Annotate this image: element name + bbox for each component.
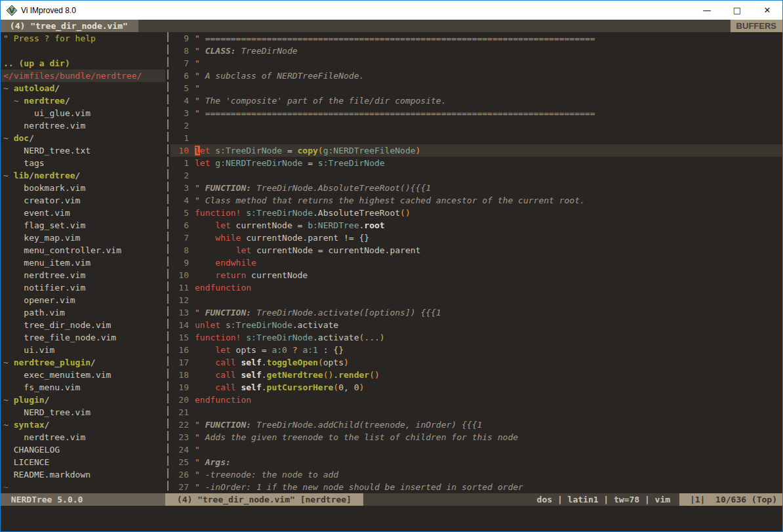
maximize-button[interactable]: □	[722, 1, 752, 20]
minimize-button[interactable]: —	[692, 1, 722, 20]
line-text: " ======================================…	[195, 32, 595, 45]
code-line[interactable]: 2	[171, 119, 782, 132]
nerdtree-item[interactable]: nerdtree.vim	[1, 269, 165, 281]
nerdtree-item[interactable]: " Press ? for help	[1, 32, 165, 45]
nerdtree-item[interactable]: path.vim	[1, 306, 165, 319]
nerdtree-item[interactable]: ui_glue.vim	[1, 107, 165, 119]
code-line[interactable]: 9" =====================================…	[171, 32, 782, 45]
nerdtree-item[interactable]: NERD_tree.txt	[1, 144, 165, 157]
code-line[interactable]: 8" CLASS: TreeDirNode	[171, 45, 782, 57]
code-line[interactable]: 10 return currentNode	[171, 269, 782, 281]
nerdtree-item[interactable]: tree_dir_node.vim	[1, 319, 165, 331]
nerdtree-item[interactable]: ~ syntax/	[1, 419, 165, 431]
code-line[interactable]: 26" -treenode: the node to add	[171, 468, 782, 481]
nerdtree-item[interactable]: event.vim	[1, 207, 165, 219]
nerdtree-item[interactable]: menu_item.vim	[1, 256, 165, 269]
nerdtree-item[interactable]: opener.vim	[1, 294, 165, 306]
code-line[interactable]: 7"	[171, 57, 782, 70]
syntax-segment: tags	[3, 158, 45, 168]
nerdtree-item[interactable]: ~ doc/	[1, 132, 165, 144]
code-line[interactable]: 19 call self.putCursorHere(0, 0)	[171, 381, 782, 394]
line-number: 5	[171, 82, 189, 94]
code-line[interactable]: 24"	[171, 443, 782, 456]
code-line[interactable]: 3" =====================================…	[171, 107, 782, 119]
line-text: endfunction	[195, 394, 251, 406]
nerdtree-item[interactable]	[1, 45, 165, 57]
command-line[interactable]	[1, 506, 782, 531]
nerdtree-item[interactable]: ~ autoload/	[1, 82, 165, 94]
syntax-segment: exec_menuitem.vim	[3, 370, 111, 380]
line-number: 17	[171, 356, 189, 369]
nerdtree-item[interactable]: ~ plugin/	[1, 394, 165, 406]
code-line[interactable]: 12	[171, 294, 782, 306]
title-bar: V Vi IMproved 8.0 — □ ✕	[1, 1, 782, 20]
nerdtree-item[interactable]: ~ nerdtree/	[1, 94, 165, 107]
window-split-separator[interactable]	[165, 32, 171, 493]
nerdtree-item[interactable]: bookmark.vim	[1, 182, 165, 194]
code-line[interactable]: 18 call self.getNerdtree().render()	[171, 369, 782, 381]
code-line[interactable]: 23" Adds the given treenode to the list …	[171, 431, 782, 443]
nerdtree-item[interactable]: flag_set.vim	[1, 219, 165, 232]
syntax-segment: .activate	[292, 320, 338, 330]
tab-tree-dir-node[interactable]: (4) "tree_dir_node.vim"	[1, 20, 138, 32]
nerdtree-item[interactable]: fs_menu.vim	[1, 381, 165, 394]
nerdtree-item[interactable]: README.markdown	[1, 468, 165, 481]
nerdtree-item[interactable]: ~ lib/nerdtree/	[1, 169, 165, 182]
nerdtree-item[interactable]: CHANGELOG	[1, 443, 165, 456]
code-line[interactable]: 1	[171, 132, 782, 144]
code-line[interactable]: 6 let currentNode = b:NERDTree.root	[171, 219, 782, 232]
code-line[interactable]: 6" A subclass of NERDTreeFileNode.	[171, 70, 782, 82]
nerdtree-item[interactable]: LICENCE	[1, 456, 165, 468]
code-line[interactable]: 5function! s:TreeDirNode.AbsoluteTreeRoo…	[171, 207, 782, 219]
line-number: 3	[171, 107, 189, 119]
nerdtree-root-item[interactable]: </vimfiles/bundle/nerdtree/	[1, 70, 165, 82]
nerdtree-item[interactable]: tree_file_node.vim	[1, 331, 165, 344]
code-line-current[interactable]: 10let s:TreeDirNode = copy(g:NERDTreeFil…	[171, 144, 782, 157]
syntax-segment: ?	[287, 345, 302, 355]
syntax-segment: copy	[298, 146, 318, 155]
code-line[interactable]: 4" The 'composite' part of the file/dir …	[171, 94, 782, 107]
nerdtree-item[interactable]: menu_controller.vim	[1, 244, 165, 256]
code-line[interactable]: 8 let currentNode = currentNode.parent	[171, 244, 782, 256]
nerdtree-item[interactable]: exec_menuitem.vim	[1, 369, 165, 381]
code-line[interactable]: 2	[171, 169, 782, 182]
nerdtree-item[interactable]: .. (up a dir)	[1, 57, 165, 70]
code-line[interactable]: 16 let opts = a:0 ? a:1 : {}	[171, 344, 782, 356]
nerdtree-item[interactable]: ~ nerdtree_plugin/	[1, 356, 165, 369]
syntax-segment: nerdtree.vim	[3, 270, 85, 280]
nerdtree-item[interactable]: NERD_tree.vim	[1, 406, 165, 419]
code-line[interactable]: 11endfunction	[171, 281, 782, 294]
nerdtree-item[interactable]: nerdtree.vim	[1, 119, 165, 132]
code-line[interactable]: 14unlet s:TreeDirNode.activate	[171, 319, 782, 331]
nerdtree-item[interactable]: notifier.vim	[1, 281, 165, 294]
nerdtree-item[interactable]: tags	[1, 157, 165, 169]
code-line[interactable]: 17 call self.toggleOpen(opts)	[171, 356, 782, 369]
line-text: " -inOrder: 1 if the new node should be …	[195, 481, 523, 493]
code-line[interactable]: 20endfunction	[171, 394, 782, 406]
code-line[interactable]: 22" FUNCTION: TreeDirNode.addChild(treen…	[171, 419, 782, 431]
nerdtree-item[interactable]: nerdtree.vim	[1, 431, 165, 443]
code-line[interactable]: 15function! s:TreeDirNode.activate(...)	[171, 331, 782, 344]
syntax-segment: CHANGELOG	[3, 445, 60, 455]
code-line[interactable]: 3" FUNCTION: TreeDirNode.AbsoluteTreeRoo…	[171, 182, 782, 194]
code-line[interactable]: 4" Class method that returns the highest…	[171, 194, 782, 207]
nerdtree-item[interactable]: ~	[1, 481, 165, 493]
syntax-segment: : {}	[318, 345, 344, 355]
code-line[interactable]: 1let g:NERDTreeDirNode = s:TreeDirNode	[171, 157, 782, 169]
code-line[interactable]: 13" FUNCTION: TreeDirNode.activate([opti…	[171, 306, 782, 319]
syntax-segment: .AbsoluteTreeRoot	[313, 208, 400, 218]
nerdtree-item[interactable]: ui.vim	[1, 344, 165, 356]
close-button[interactable]: ✕	[752, 1, 782, 20]
code-line[interactable]: 27" -inOrder: 1 if the new node should b…	[171, 481, 782, 493]
code-line[interactable]: 7 while currentNode.parent != {}	[171, 232, 782, 244]
syntax-segment: s:TreeDirNode	[215, 146, 282, 155]
nerdtree-item[interactable]: key_map.vim	[1, 232, 165, 244]
code-line[interactable]: 25" Args:	[171, 456, 782, 468]
code-line[interactable]: 9 endwhile	[171, 256, 782, 269]
syntax-segment: fs_menu.vim	[3, 382, 80, 392]
syntax-segment: self	[241, 382, 261, 392]
syntax-segment: self	[241, 370, 261, 380]
code-line[interactable]: 21	[171, 406, 782, 419]
code-line[interactable]: 5"	[171, 82, 782, 94]
nerdtree-item[interactable]: creator.vim	[1, 194, 165, 207]
